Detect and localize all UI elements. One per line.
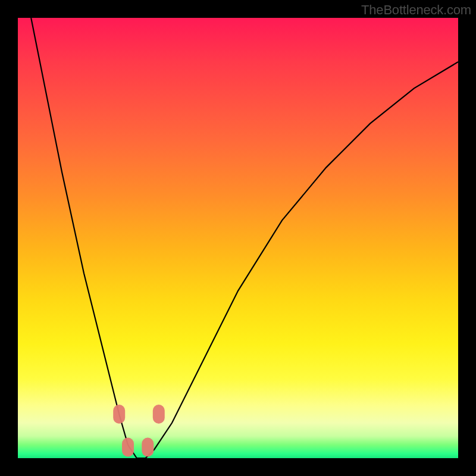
annotation-right-band-lower — [142, 438, 154, 457]
annotation-right-band-upper — [153, 405, 165, 424]
annotation-markers — [113, 405, 165, 457]
chart-frame: TheBottleneck.com — [0, 0, 476, 476]
bottleneck-curve — [31, 18, 458, 458]
annotation-left-band-lower — [122, 438, 134, 457]
plot-area — [18, 18, 458, 458]
watermark-text: TheBottleneck.com — [361, 2, 471, 18]
annotation-left-band-upper — [113, 405, 125, 424]
curve-svg — [18, 18, 458, 458]
